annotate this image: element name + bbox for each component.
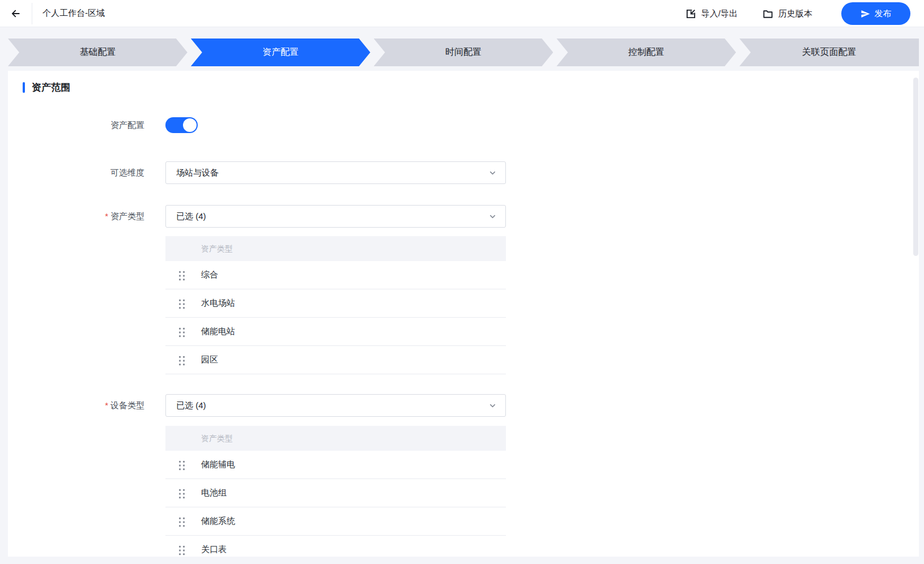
publish-label: 发布 — [875, 8, 892, 19]
chevron-down-icon — [488, 169, 497, 177]
asset-config-row: 资产配置 — [23, 117, 919, 135]
device-type-row: *设备类型 已选 (4) 资产类型 — [23, 394, 919, 557]
asset-type-list-header: 资产类型 — [165, 236, 506, 261]
required-asterisk: * — [105, 211, 108, 221]
drag-handle-icon[interactable] — [178, 545, 186, 556]
back-arrow-icon — [10, 7, 22, 20]
list-item-label: 关口表 — [201, 544, 227, 555]
asset-config-toggle[interactable] — [165, 117, 198, 133]
list-item-label: 储能电站 — [201, 326, 235, 337]
list-item: 关口表 — [165, 536, 506, 557]
list-item: 园区 — [165, 346, 506, 374]
config-stepper: 基础配置 资产配置 时间配置 控制配置 关联页面配置 — [8, 39, 919, 66]
publish-button[interactable]: 发布 — [841, 2, 910, 25]
list-item: 储能电站 — [165, 318, 506, 346]
content-panel: 资产范围 资产配置 可选维度 场站与设备 — [8, 71, 919, 557]
stepper-step[interactable]: 控制配置 — [556, 39, 736, 66]
drag-handle-icon[interactable] — [178, 460, 186, 471]
stepper-step-label: 基础配置 — [79, 46, 116, 58]
folder-icon — [763, 8, 773, 19]
drag-handle-icon[interactable] — [178, 327, 186, 337]
stepper-step[interactable]: 时间配置 — [374, 39, 553, 66]
stepper-step-label: 控制配置 — [628, 46, 665, 58]
section-title-text: 资产范围 — [32, 81, 70, 94]
asset-type-select-value: 已选 (4) — [176, 211, 488, 222]
device-type-list: 资产类型 储能辅电 电池组 — [165, 426, 506, 557]
history-versions-label: 历史版本 — [778, 8, 812, 19]
required-asterisk: * — [105, 400, 108, 410]
asset-form: 资产配置 可选维度 场站与设备 — [23, 117, 919, 557]
import-export-button[interactable]: 导入/导出 — [685, 8, 738, 19]
drag-handle-icon[interactable] — [178, 270, 186, 281]
asset-config-label: 资产配置 — [23, 117, 144, 133]
toggle-knob — [183, 118, 197, 132]
vertical-scrollbar-thumb[interactable] — [913, 78, 918, 256]
device-type-label: *设备类型 — [23, 394, 144, 417]
list-item: 综合 — [165, 261, 506, 289]
asset-type-label: *资产类型 — [23, 205, 144, 228]
top-bar: 个人工作台-区域 导入/导出 历史版本 — [0, 0, 924, 27]
stepper-step-label: 关联页面配置 — [802, 46, 857, 58]
topbar-divider — [32, 3, 32, 24]
stepper-step[interactable]: 基础配置 — [8, 39, 188, 66]
list-item-label: 储能辅电 — [201, 459, 235, 470]
send-icon — [861, 9, 870, 19]
chevron-down-icon — [488, 401, 497, 410]
import-export-label: 导入/导出 — [701, 8, 738, 19]
list-item-label: 电池组 — [201, 488, 227, 498]
back-button[interactable] — [0, 0, 32, 27]
list-item: 储能辅电 — [165, 451, 506, 479]
stepper-step[interactable]: 资产配置 — [191, 39, 371, 66]
drag-handle-icon[interactable] — [178, 516, 186, 527]
drag-handle-icon[interactable] — [178, 355, 186, 366]
list-item: 储能系统 — [165, 507, 506, 536]
dimension-select-value: 场站与设备 — [176, 168, 488, 178]
list-item: 电池组 — [165, 479, 506, 507]
drag-handle-icon[interactable] — [178, 298, 186, 309]
section-title: 资产范围 — [23, 81, 919, 93]
drag-handle-icon[interactable] — [178, 488, 186, 499]
history-versions-button[interactable]: 历史版本 — [763, 8, 812, 19]
dimension-label: 可选维度 — [23, 161, 144, 184]
dimension-row: 可选维度 场站与设备 — [23, 161, 919, 184]
list-item-label: 水电场站 — [201, 298, 235, 309]
list-item: 水电场站 — [165, 289, 506, 318]
device-type-select-value: 已选 (4) — [176, 400, 488, 411]
stepper-step-label: 时间配置 — [445, 46, 482, 58]
page-title: 个人工作台-区域 — [42, 8, 105, 19]
asset-type-list: 资产类型 综合 水电场站 — [165, 236, 506, 374]
device-type-list-header: 资产类型 — [165, 426, 506, 451]
stepper-step[interactable]: 关联页面配置 — [739, 39, 919, 66]
list-item-label: 储能系统 — [201, 516, 235, 527]
asset-type-select[interactable]: 已选 (4) — [165, 205, 506, 228]
stepper-step-label: 资产配置 — [262, 46, 299, 58]
dimension-select[interactable]: 场站与设备 — [165, 161, 506, 184]
device-type-select[interactable]: 已选 (4) — [165, 394, 506, 417]
chevron-down-icon — [488, 212, 497, 221]
asset-type-row: *资产类型 已选 (4) 资产类型 — [23, 205, 919, 374]
topbar-actions: 导入/导出 历史版本 发布 — [685, 0, 910, 27]
list-item-label: 园区 — [201, 354, 218, 365]
section-title-bar — [23, 82, 25, 93]
import-export-icon — [685, 8, 696, 19]
list-item-label: 综合 — [201, 270, 218, 280]
